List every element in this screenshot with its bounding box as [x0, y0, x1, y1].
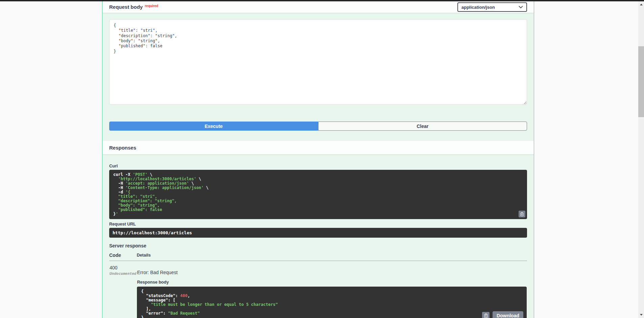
triangle-down-icon — [640, 314, 643, 316]
clear-button[interactable]: Clear — [318, 122, 527, 131]
triangle-up-icon — [640, 4, 643, 5]
response-body-label: Response body — [137, 280, 527, 285]
window-top-edge — [0, 0, 644, 1]
request-body-section: { "title": "stri", "description": "strin… — [102, 13, 534, 141]
responses-title: Responses — [109, 145, 136, 151]
execute-wrapper: Execute Clear — [109, 105, 527, 141]
response-description: Error: Bad Request — [137, 270, 527, 275]
copy-curl-button[interactable] — [519, 211, 525, 217]
chevron-down-icon — [519, 6, 523, 9]
curl-command-text: curl -X 'POST' \ 'http://localhost:3000/… — [109, 170, 527, 219]
code-column-header: Code — [109, 253, 137, 261]
response-row: 400 Undocumented Error: Bad Request Resp… — [109, 261, 527, 318]
required-badge: required — [145, 4, 158, 8]
request-body-editor[interactable]: { "title": "stri", "description": "strin… — [109, 19, 527, 105]
request-body-title-group: Request bodyrequired — [109, 4, 158, 10]
scrollbar-up-arrow[interactable] — [638, 2, 644, 7]
download-button[interactable]: Download — [493, 311, 523, 318]
status-code: 400 — [110, 265, 136, 270]
server-response-table: Code Details 400 Undocumented Error: Bad… — [109, 253, 527, 318]
server-response-label: Server response — [109, 243, 527, 248]
request-body-header: Request bodyrequired application/json — [102, 1, 534, 13]
opblock-post: Request bodyrequired application/json { … — [102, 1, 534, 318]
response-body-text: { "statusCode": 400, "message": [ "title… — [137, 287, 527, 318]
response-body-block: { "statusCode": 400, "message": [ "title… — [137, 287, 527, 318]
curl-command-block: curl -X 'POST' \ 'http://localhost:3000/… — [109, 170, 527, 219]
execute-button[interactable]: Execute — [109, 122, 318, 131]
request-body-title: Request body — [109, 4, 143, 10]
content-type-value: application/json — [461, 5, 495, 10]
scrollbar-thumb[interactable] — [638, 46, 644, 117]
details-column-header: Details — [137, 253, 527, 261]
response-details-cell: Error: Bad Request Response body { "stat… — [137, 261, 527, 318]
responses-header: Responses — [102, 141, 534, 154]
content-type-select[interactable]: application/json — [457, 2, 527, 12]
vertical-scrollbar[interactable] — [638, 0, 644, 318]
responses-section: Curl curl -X 'POST' \ 'http://localhost:… — [102, 164, 534, 318]
scrollbar-down-arrow[interactable] — [638, 312, 644, 317]
response-status-cell: 400 Undocumented — [109, 261, 137, 318]
copy-icon — [484, 313, 488, 318]
copy-icon — [520, 212, 524, 216]
swagger-page: Request bodyrequired application/json { … — [0, 0, 644, 318]
response-body-controls: Download — [482, 311, 523, 318]
undocumented-label: Undocumented — [110, 271, 136, 276]
curl-label: Curl — [109, 164, 527, 168]
request-url-label: Request URL — [109, 222, 527, 227]
request-url-value: http://localhost:3000/articles — [109, 228, 527, 238]
copy-response-button[interactable] — [482, 312, 490, 318]
response-table-header-row: Code Details — [109, 253, 527, 261]
